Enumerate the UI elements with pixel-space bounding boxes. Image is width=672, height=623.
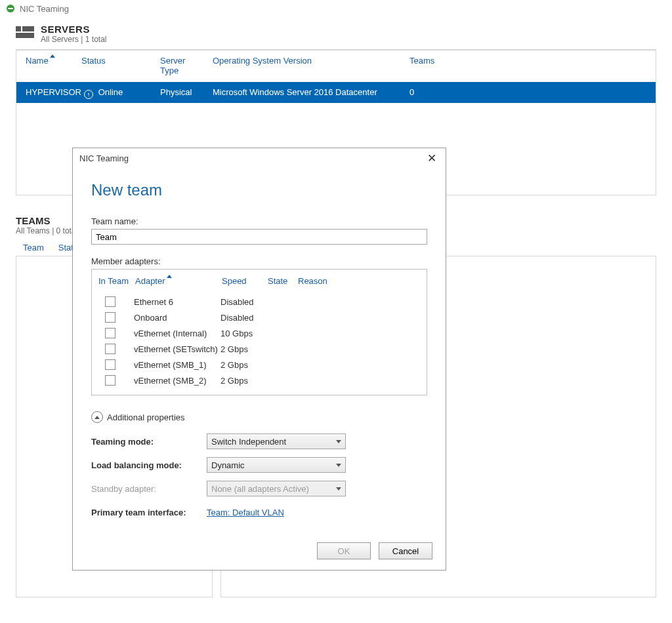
col-server-type[interactable]: Server Type bbox=[156, 56, 209, 75]
load-balancing-label: Load balancing mode: bbox=[91, 460, 207, 470]
sort-asc-icon bbox=[50, 54, 55, 58]
standby-adapter-label: Standby adapter: bbox=[91, 484, 207, 494]
dialog-title: NIC Teaming bbox=[79, 153, 129, 163]
adapter-row[interactable]: OnboardDisabled bbox=[92, 310, 427, 325]
teaming-mode-label: Teaming mode: bbox=[91, 437, 207, 447]
adapter-speed: 2 Gbps bbox=[220, 344, 266, 354]
member-adapters-label: Member adapters: bbox=[91, 256, 427, 266]
member-adapters-header: In Team Adapter Speed State Reason bbox=[92, 270, 427, 294]
dialog-heading: New team bbox=[91, 181, 427, 199]
adapter-speed: 2 Gbps bbox=[220, 376, 266, 386]
adapter-checkbox[interactable] bbox=[105, 375, 116, 386]
adapter-speed: 2 Gbps bbox=[220, 360, 266, 370]
adapter-row[interactable]: vEthernet (SETswitch)2 Gbps bbox=[92, 341, 427, 357]
standby-adapter-dropdown: None (all adapters Active) bbox=[207, 481, 346, 496]
col-adapter[interactable]: Adapter bbox=[135, 276, 222, 286]
server-teams: 0 bbox=[406, 87, 458, 98]
server-os: Microsoft Windows Server 2016 Datacenter bbox=[209, 87, 406, 98]
adapter-row[interactable]: vEthernet (SMB_2)2 Gbps bbox=[92, 372, 427, 388]
adapter-checkbox[interactable] bbox=[105, 312, 116, 323]
chevron-up-icon bbox=[91, 411, 103, 423]
col-name[interactable]: Name bbox=[22, 56, 77, 75]
adapter-name: vEthernet (Internal) bbox=[134, 329, 220, 338]
primary-interface-label: Primary team interface: bbox=[91, 508, 207, 517]
adapter-name: Ethernet 6 bbox=[134, 297, 220, 307]
additional-properties-toggle[interactable]: Additional properties bbox=[91, 411, 427, 423]
col-teams[interactable]: Teams bbox=[406, 56, 458, 75]
servers-subtitle: All Servers | 1 total bbox=[41, 35, 107, 44]
adapter-speed: 10 Gbps bbox=[220, 329, 266, 338]
window-titlebar: NIC Teaming bbox=[0, 0, 672, 17]
col-state[interactable]: State bbox=[268, 276, 298, 286]
adapter-name: vEthernet (SMB_2) bbox=[134, 376, 220, 386]
server-status: ↑ Online bbox=[77, 87, 156, 98]
svg-rect-1 bbox=[8, 8, 13, 9]
load-balancing-dropdown[interactable]: Dynamic bbox=[207, 457, 346, 473]
col-in-team[interactable]: In Team bbox=[98, 276, 135, 286]
server-type: Physical bbox=[156, 87, 209, 98]
col-os-version[interactable]: Operating System Version bbox=[209, 56, 406, 75]
server-row-selected[interactable]: HYPERVISOR ↑ Online Physical Microsoft W… bbox=[16, 82, 656, 103]
col-reason[interactable]: Reason bbox=[298, 276, 337, 286]
adapter-checkbox[interactable] bbox=[105, 344, 116, 354]
app-icon bbox=[5, 3, 16, 14]
ok-button[interactable]: OK bbox=[317, 542, 371, 559]
sort-asc-icon bbox=[167, 275, 172, 278]
member-adapters-box: In Team Adapter Speed State Reason Ether… bbox=[91, 269, 427, 395]
col-status[interactable]: Status bbox=[77, 56, 156, 75]
server-name: HYPERVISOR bbox=[22, 87, 77, 98]
team-name-label: Team name: bbox=[91, 216, 427, 226]
status-up-icon: ↑ bbox=[84, 90, 93, 99]
adapter-checkbox[interactable] bbox=[105, 359, 116, 370]
servers-grid-header: Name Status Server Type Operating System… bbox=[16, 50, 656, 82]
adapter-row[interactable]: vEthernet (SMB_1)2 Gbps bbox=[92, 357, 427, 372]
adapter-name: vEthernet (SETswitch) bbox=[134, 344, 220, 354]
window-title: NIC Teaming bbox=[20, 4, 69, 14]
chevron-down-icon bbox=[336, 487, 341, 491]
primary-interface-link[interactable]: Team: Default VLAN bbox=[207, 508, 284, 517]
adapter-name: vEthernet (SMB_1) bbox=[134, 360, 220, 370]
adapter-row[interactable]: vEthernet (Internal)10 Gbps bbox=[92, 325, 427, 341]
adapter-name: Onboard bbox=[134, 313, 220, 323]
adapter-speed: Disabled bbox=[220, 297, 266, 307]
teaming-mode-dropdown[interactable]: Switch Independent bbox=[207, 433, 346, 449]
adapter-checkbox[interactable] bbox=[105, 328, 116, 338]
team-name-input[interactable] bbox=[91, 229, 427, 245]
col-speed[interactable]: Speed bbox=[222, 276, 268, 286]
svg-rect-2 bbox=[16, 26, 21, 31]
tab-team[interactable]: Team bbox=[16, 239, 51, 256]
chevron-down-icon bbox=[336, 440, 341, 443]
servers-icon bbox=[16, 26, 34, 42]
servers-title: SERVERS bbox=[41, 24, 107, 35]
chevron-down-icon bbox=[336, 464, 341, 467]
adapter-checkbox[interactable] bbox=[105, 296, 116, 307]
new-team-dialog: NIC Teaming ✕ New team Team name: Member… bbox=[72, 148, 446, 571]
adapter-speed: Disabled bbox=[220, 313, 266, 323]
adapter-row[interactable]: Ethernet 6Disabled bbox=[92, 294, 427, 310]
close-icon[interactable]: ✕ bbox=[425, 151, 439, 165]
svg-rect-3 bbox=[22, 26, 34, 31]
cancel-button[interactable]: Cancel bbox=[379, 542, 432, 559]
svg-rect-4 bbox=[16, 33, 34, 38]
dialog-titlebar[interactable]: NIC Teaming ✕ bbox=[73, 148, 446, 168]
